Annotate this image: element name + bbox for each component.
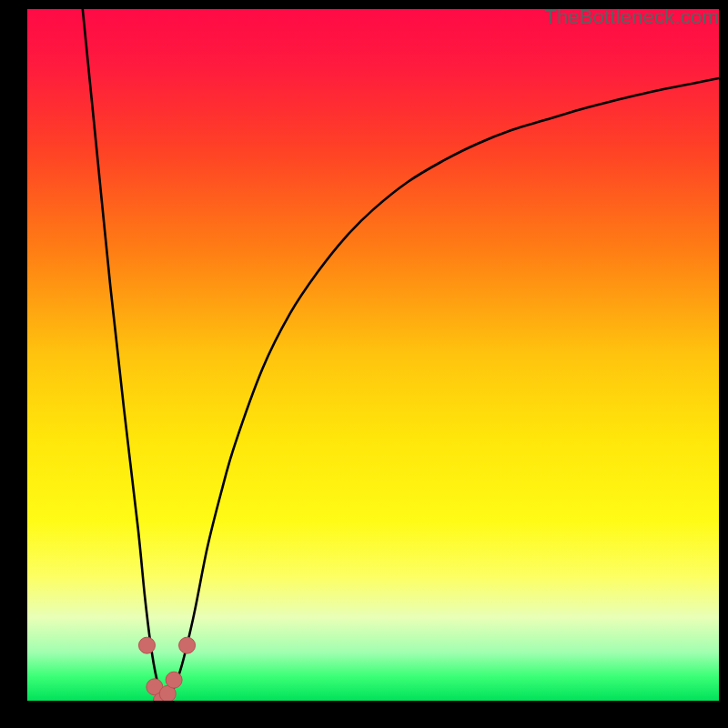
watermark-text: TheBottleneck.com (544, 5, 719, 29)
data-marker (138, 637, 155, 653)
data-marker (179, 637, 196, 653)
gradient-background (27, 9, 719, 701)
bottleneck-chart (27, 9, 719, 701)
chart-frame (27, 9, 719, 701)
data-marker (166, 672, 182, 688)
